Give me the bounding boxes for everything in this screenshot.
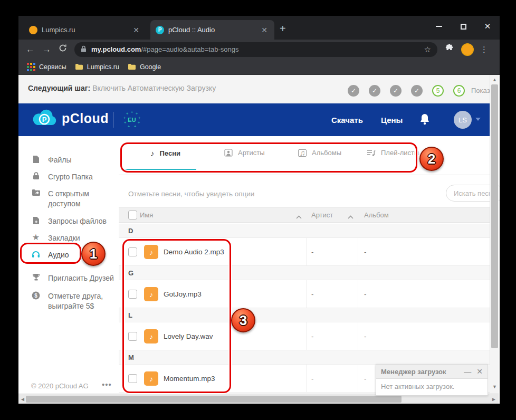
- svg-text:$: $: [34, 293, 37, 299]
- back-icon[interactable]: ←: [26, 44, 35, 55]
- song-artist: -: [311, 375, 313, 383]
- sidebar-item-bookmarks[interactable]: ★ Закладки: [31, 233, 116, 243]
- svg-text:+: +: [126, 111, 129, 116]
- url-path: /#page=audio&autab=tab-songs: [141, 45, 238, 53]
- song-row[interactable]: ♪ Lovely Day.wav - -: [119, 322, 490, 350]
- vertical-scrollbar[interactable]: ▲ ▼: [490, 75, 499, 394]
- sidebar-item-file-requests[interactable]: Запросы файлов: [31, 216, 116, 226]
- column-header-artist[interactable]: Артист: [311, 211, 333, 219]
- eu-region-emblem: + + + + + + + + + EU: [121, 109, 143, 133]
- bookmark-folder-google[interactable]: Google: [128, 63, 161, 71]
- browser-window: Lumpics.ru ✕ P pCloud :: Audio ✕ + ✕ ← →: [18, 16, 500, 404]
- song-row[interactable]: ♪ GotJoy.mp3 - -: [119, 280, 490, 308]
- song-album: -: [364, 290, 366, 298]
- sidebar-item-refer-friend[interactable]: $ Отметьте друга, выиграйте 5$: [31, 291, 116, 311]
- song-artist: -: [311, 248, 313, 256]
- bookmark-folder-lumpics[interactable]: Lumpics.ru: [75, 63, 119, 71]
- column-header-name[interactable]: Имя: [140, 211, 153, 219]
- star-icon: ★: [31, 233, 41, 242]
- browser-toolbar: ← → my.pcloud.com/#page=audio&autab=tab-…: [18, 40, 500, 59]
- scroll-left-icon[interactable]: ◄: [20, 396, 25, 402]
- column-header-album[interactable]: Альбом: [364, 211, 389, 219]
- pcloud-header: P pCloud + + + + + + +: [18, 103, 490, 136]
- window-maximize-button[interactable]: [451, 16, 475, 37]
- song-row[interactable]: ♪ Demo Audio 2.mp3 - -: [119, 238, 490, 266]
- svg-text:+: +: [123, 116, 126, 120]
- sidebar-more-icon[interactable]: •••: [102, 380, 112, 389]
- account-caret-icon[interactable]: [475, 118, 481, 121]
- header-divider: [113, 112, 114, 128]
- sidebar-item-shared[interactable]: С открытым доступом: [31, 189, 116, 209]
- song-name: Lovely Day.wav: [164, 332, 213, 340]
- window-minimize-button[interactable]: [427, 16, 451, 37]
- new-tab-button[interactable]: +: [280, 23, 286, 34]
- bookmark-services[interactable]: Сервисы: [27, 63, 66, 71]
- url-domain: my.pcloud.com: [91, 45, 141, 53]
- notifications-bell-icon[interactable]: [419, 113, 430, 128]
- horizontal-scroll-thumb[interactable]: [26, 396, 402, 403]
- browser-tabstrip: Lumpics.ru ✕ P pCloud :: Audio ✕ + ✕: [18, 16, 500, 40]
- sort-asc-icon[interactable]: [348, 213, 353, 221]
- tab-songs[interactable]: ♪ Песни: [150, 149, 180, 158]
- onboarding-overflow-text[interactable]: Показ: [471, 87, 490, 94]
- tab-close-icon[interactable]: ✕: [131, 26, 141, 34]
- scroll-up-icon[interactable]: ▲: [490, 77, 499, 82]
- tab-albums[interactable]: ♫ Альбомы: [298, 149, 341, 157]
- account-avatar[interactable]: LS: [454, 111, 472, 129]
- song-artist: -: [311, 332, 313, 340]
- svg-text:+: +: [138, 116, 141, 120]
- nav-download-link[interactable]: Скачать: [331, 103, 363, 136]
- song-checkbox[interactable]: [128, 374, 137, 383]
- svg-text:+: +: [138, 120, 140, 125]
- song-album: -: [364, 332, 366, 340]
- browser-tab-lumpics[interactable]: Lumpics.ru ✕: [24, 20, 146, 40]
- sort-asc-icon[interactable]: [296, 213, 302, 221]
- maximize-icon: [461, 24, 466, 30]
- album-icon: ♫: [298, 149, 307, 157]
- chrome-menu-icon[interactable]: ⋮: [480, 45, 489, 54]
- step-check-icon: ✓: [348, 85, 359, 97]
- browser-tab-pcloud-audio[interactable]: P pCloud :: Audio ✕: [150, 20, 274, 40]
- select-all-checkbox[interactable]: [128, 211, 137, 219]
- trophy-icon: [31, 273, 41, 281]
- tab-artists[interactable]: Артисты: [224, 149, 265, 157]
- popup-minimize-icon[interactable]: —: [464, 367, 471, 376]
- extensions-puzzle-icon[interactable]: [445, 44, 454, 55]
- audio-content: ♪ Песни Артисты ♫ Альбомы Плей-листы: [119, 136, 490, 394]
- popup-close-icon[interactable]: ✕: [476, 367, 483, 376]
- svg-text:EU: EU: [128, 117, 136, 123]
- forward-icon[interactable]: →: [42, 44, 51, 55]
- scroll-right-icon[interactable]: ►: [491, 396, 496, 402]
- sidebar-item-crypto[interactable]: Crypto Папка: [31, 172, 116, 182]
- tab-playlists[interactable]: Плей-листы: [367, 149, 419, 157]
- sidebar: Файлы Crypto Папка С открытым доступом З…: [18, 136, 119, 394]
- song-checkbox[interactable]: [128, 290, 137, 299]
- audio-file-icon: ♪: [144, 245, 158, 259]
- file-icon: [31, 155, 41, 164]
- song-name: GotJoy.mp3: [164, 290, 202, 298]
- bookmarks-bar: Сервисы Lumpics.ru Google: [18, 59, 500, 75]
- annotation-badge-1: 1: [81, 242, 106, 266]
- bookmark-star-icon[interactable]: ☆: [424, 45, 431, 54]
- svg-text:+: +: [134, 124, 137, 129]
- lock-icon: [31, 172, 41, 180]
- nav-prices-link[interactable]: Цены: [381, 103, 403, 136]
- tab-close-icon[interactable]: ✕: [260, 26, 269, 34]
- song-checkbox[interactable]: [128, 332, 137, 341]
- sidebar-item-files[interactable]: Файлы: [31, 155, 116, 165]
- pcloud-logo[interactable]: P pCloud: [31, 109, 109, 128]
- tab-title: Lumpics.ru: [42, 26, 131, 34]
- sidebar-item-invite-friends[interactable]: Пригласить Друзей: [31, 273, 116, 283]
- copyright-text: © 2020 pCloud AG: [31, 382, 89, 390]
- reload-icon[interactable]: [59, 44, 67, 55]
- song-checkbox[interactable]: [128, 247, 137, 256]
- url-bar[interactable]: my.pcloud.com/#page=audio&autab=tab-song…: [74, 42, 437, 57]
- scroll-down-icon[interactable]: ▼: [490, 384, 499, 389]
- chrome-profile-avatar[interactable]: [461, 43, 474, 56]
- letter-group-header: L: [119, 308, 490, 322]
- lock-icon: [81, 45, 87, 54]
- apps-grid-icon: [27, 63, 35, 71]
- vertical-scroll-thumb[interactable]: [491, 84, 498, 348]
- audio-file-icon: ♪: [144, 371, 158, 386]
- window-close-button[interactable]: ✕: [475, 16, 500, 37]
